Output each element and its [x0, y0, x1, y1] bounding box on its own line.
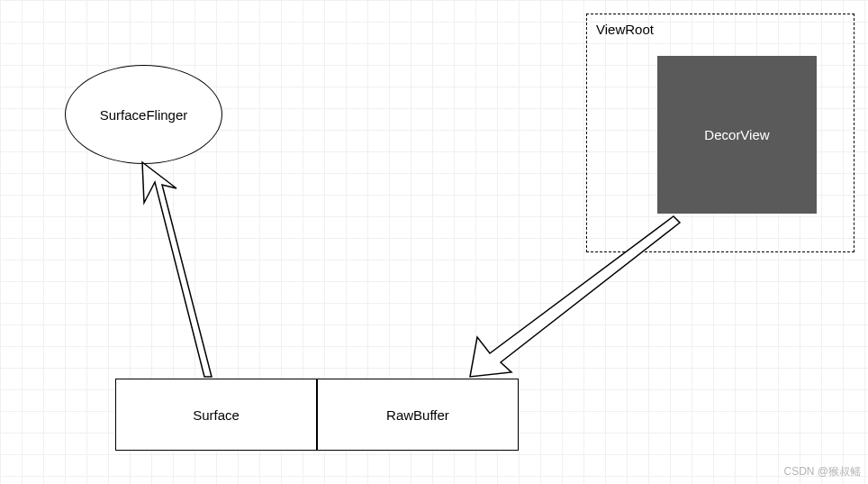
svg-marker-3 — [142, 162, 212, 377]
surfaceflinger-label: SurfaceFlinger — [100, 107, 188, 123]
rawbuffer-label: RawBuffer — [386, 407, 449, 423]
surface-label: Surface — [193, 407, 240, 423]
viewroot-label: ViewRoot — [596, 22, 654, 37]
arrow-surface-to-surfaceflinger — [142, 162, 212, 377]
decorview-node: DecorView — [657, 56, 817, 214]
rawbuffer-node: RawBuffer — [317, 379, 519, 451]
surfaceflinger-node: SurfaceFlinger — [65, 65, 222, 164]
decorview-label: DecorView — [704, 127, 769, 142]
surface-node: Surface — [115, 379, 317, 451]
watermark: CSDN @猴叔鳐 — [783, 464, 861, 479]
